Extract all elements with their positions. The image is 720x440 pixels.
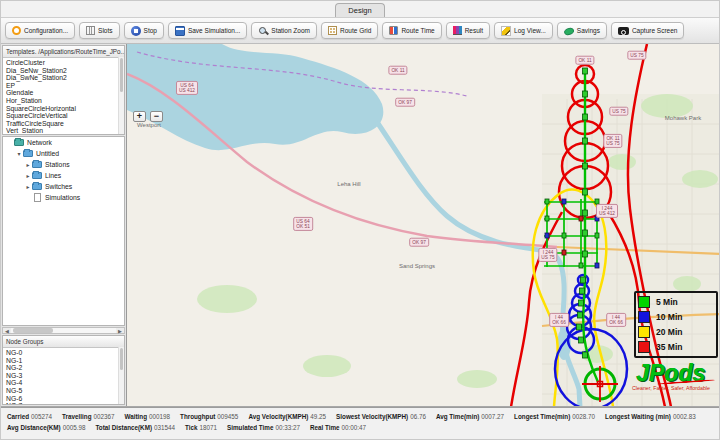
scrollbar-thumb[interactable] (120, 348, 123, 370)
chevron-down-icon[interactable]: ▾ (15, 150, 23, 157)
template-item-circlecluster[interactable]: CircleCluster (6, 59, 124, 67)
slots-icon (86, 26, 95, 35)
node-group-item-ng-7[interactable]: NG-7 (6, 402, 124, 405)
tree-item-label: Network (27, 139, 52, 146)
legend-swatch (638, 341, 650, 353)
template-item-hor-station[interactable]: Hor_Station (6, 97, 124, 105)
node-group-item-ng-0[interactable]: NG-0 (6, 349, 124, 357)
status-avg-time-min: Avg Time(min)0007.27 (436, 413, 504, 420)
toolbar-button-label: Station Zoom (271, 27, 310, 34)
toolbar-button-log-view[interactable]: Log View... (494, 22, 553, 39)
status-value: 0005.98 (63, 424, 86, 431)
node-group-item-ng-6[interactable]: NG-6 (6, 395, 124, 403)
toolbar-button-result[interactable]: Result (446, 22, 490, 39)
road-shield-ok-11: OK 11 (388, 66, 407, 75)
folder-icon (23, 150, 33, 157)
toolbar-button-label: Savings (577, 27, 600, 34)
toolbar-button-label: Capture Screen (632, 27, 678, 34)
left-sidebar: Templates. /Applications/RouteTime_JPo..… (1, 44, 127, 406)
scroll-right-icon[interactable]: ▶ (116, 328, 124, 334)
toolbar-button-stop[interactable]: Stop (124, 22, 164, 39)
toolbar-button-capture-screen[interactable]: Capture Screen (611, 22, 685, 39)
hscroll-track[interactable] (11, 328, 116, 333)
status-value: 0007.27 (481, 413, 504, 420)
tree-item-label: Simulations (45, 194, 80, 201)
road-shield-us-64-ok-51: US 64OK 51 (293, 217, 313, 231)
status-value: 18071 (200, 424, 218, 431)
template-item-squarecirclehorizontal[interactable]: SquareCircleHorizontal (6, 105, 124, 113)
status-longest-waiting-min: Longest Waiting (min)0002.83 (605, 413, 696, 420)
tree-item-network[interactable]: Network (3, 137, 124, 148)
legend-row-5-min: 5 Min (638, 296, 716, 308)
routetime-icon (389, 26, 398, 35)
app-window: Design Configuration...SlotsStopSave Sim… (0, 0, 720, 440)
scroll-left-icon[interactable]: ◀ (3, 328, 11, 334)
toolbar-button-station-zoom[interactable]: Station Zoom (251, 22, 317, 39)
toolbar-button-configuration[interactable]: Configuration... (5, 22, 75, 39)
template-item-ep[interactable]: EP (6, 82, 124, 90)
status-value: 000198 (149, 413, 170, 420)
tree-item-lines[interactable]: ▸Lines (3, 170, 124, 181)
config-icon (12, 26, 21, 35)
status-avg-distance-km: Avg Distance(KM)0005.98 (7, 424, 85, 431)
tree-item-switches[interactable]: ▸Switches (3, 181, 124, 192)
toolbar: Configuration...SlotsStopSave Simulation… (1, 18, 719, 44)
toolbar-button-savings[interactable]: Savings (557, 22, 607, 39)
node-groups-list: NG-0NG-1NG-2NG-3NG-4NG-5NG-6NG-7 (3, 348, 124, 405)
chevron-right-icon[interactable]: ▸ (24, 172, 32, 179)
node-group-item-ng-1[interactable]: NG-1 (6, 357, 124, 365)
hscroll-thumb[interactable] (13, 328, 53, 333)
status-value: 009455 (217, 413, 238, 420)
legend-label: 35 Min (656, 342, 682, 352)
tree-item-untitled[interactable]: ▾Untitled (3, 148, 124, 159)
node-group-item-ng-3[interactable]: NG-3 (6, 372, 124, 380)
map-zoom-in-button[interactable]: + (133, 111, 146, 122)
map-canvas[interactable]: WestportLeha HillSand SpringsMohawk Park… (127, 44, 719, 406)
chevron-right-icon[interactable]: ▸ (24, 161, 32, 168)
toolbar-button-save-simulation[interactable]: Save Simulation... (168, 22, 247, 39)
template-item-trafficcirclesquare[interactable]: TrafficCircleSquare (6, 120, 124, 128)
status-throughput: Throughput009455 (180, 413, 238, 420)
toolbar-button-slots[interactable]: Slots (79, 22, 119, 39)
tree-hscrollbar[interactable]: ◀ ▶ (2, 327, 125, 334)
toolbar-button-label: Configuration... (24, 27, 68, 34)
tab-design[interactable]: Design (335, 3, 384, 17)
chevron-right-icon[interactable]: ▸ (24, 183, 32, 190)
template-item-squarecirclevertical[interactable]: SquareCircleVertical (6, 112, 124, 120)
status-simulated-time: Simulated Time00:33:27 (227, 424, 300, 431)
toolbar-button-route-grid[interactable]: Route Grid (321, 22, 378, 39)
status-value: 031544 (154, 424, 175, 431)
node-group-item-ng-5[interactable]: NG-5 (6, 387, 124, 395)
status-value: 49.25 (310, 413, 326, 420)
save-icon (175, 26, 185, 36)
toolbar-button-route-time[interactable]: Route Time (382, 22, 441, 39)
template-item-dia-swne-station2[interactable]: Dia_SwNe_Station2 (6, 74, 124, 82)
tree-item-simulations[interactable]: Simulations (3, 192, 124, 203)
node-groups-panel: Node Groups NG-0NG-1NG-2NG-3NG-4NG-5NG-6… (2, 335, 125, 405)
status-real-time: Real Time00:00:47 (310, 424, 366, 431)
node-groups-header: Node Groups (3, 336, 124, 348)
template-item-vert-station[interactable]: Vert_Station (6, 127, 124, 135)
road-shield-i-244-us-412: I 244US 412 (596, 204, 618, 218)
road-shield-ok-11-us-75: OK 11US 75 (603, 134, 622, 148)
road-shield-us-75: US 75 (627, 51, 646, 60)
jpods-logo: JPods Cleaner, Faster, Safer, Affordable (621, 361, 719, 391)
map-zoom-out-button[interactable]: − (150, 111, 163, 122)
stop-icon (131, 26, 141, 36)
templates-scrollbar[interactable] (118, 57, 124, 134)
node-group-item-ng-4[interactable]: NG-4 (6, 379, 124, 387)
magnifier-icon (258, 26, 268, 36)
node-groups-scrollbar[interactable] (118, 347, 124, 404)
template-item-glendale[interactable]: Glendale (6, 89, 124, 97)
template-item-dia-senw-station2[interactable]: Dia_SeNw_Station2 (6, 67, 124, 75)
road-shield-i-44-ok-66: I 44OK 66 (606, 313, 626, 327)
scrollbar-thumb[interactable] (120, 58, 123, 92)
road-shield-ok-97: OK 97 (409, 238, 429, 247)
town-label-leha-hill: Leha Hill (337, 181, 360, 187)
tree-item-stations[interactable]: ▸Stations (3, 159, 124, 170)
status-value: 0028.70 (572, 413, 595, 420)
chart-icon (453, 26, 462, 35)
node-group-item-ng-2[interactable]: NG-2 (6, 364, 124, 372)
status-value: 005274 (31, 413, 52, 420)
toolbar-button-label: Save Simulation... (188, 27, 240, 34)
